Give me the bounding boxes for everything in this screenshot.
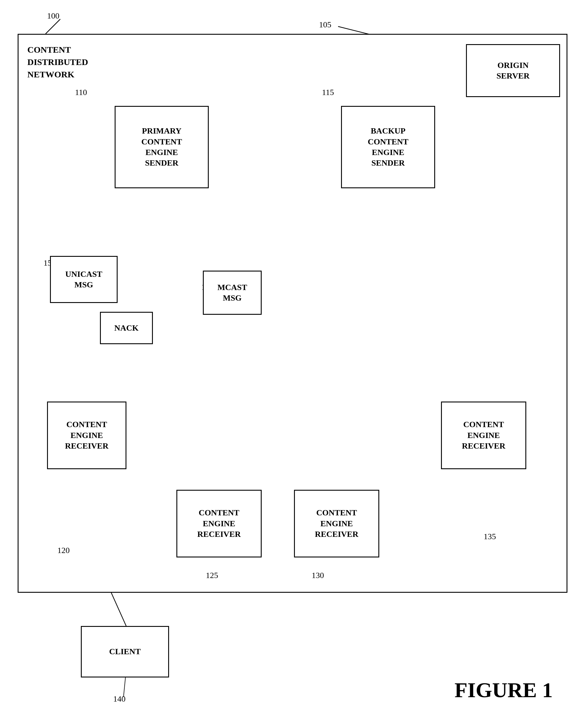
cer-120-box: CONTENTENGINERECEIVER xyxy=(47,402,126,469)
ref-100: 100 xyxy=(47,11,59,21)
client-box: CLIENT xyxy=(81,626,169,678)
origin-server-box: ORIGINSERVER xyxy=(466,44,560,97)
ref-130: 130 xyxy=(312,571,324,580)
page: 100 CONTENTDISTRIBUTEDNETWORK 105 ORIGIN… xyxy=(0,0,588,726)
cdn-label: CONTENTDISTRIBUTEDNETWORK xyxy=(27,43,88,81)
cer-130-box: CONTENTENGINERECEIVER xyxy=(294,490,379,558)
nack-box: NACK xyxy=(100,312,153,344)
unicast-msg-box: UNICASTMSG xyxy=(50,256,118,303)
svg-line-0 xyxy=(46,19,60,34)
ref-135: 135 xyxy=(484,532,496,541)
ref-140: 140 xyxy=(113,694,126,704)
ref-110: 110 xyxy=(75,88,87,97)
mcast-msg-box: MCASTMSG xyxy=(203,270,262,315)
primary-sender-box: PRIMARYCONTENTENGINESENDER xyxy=(115,106,209,188)
ref-105: 105 xyxy=(319,20,331,29)
backup-sender-box: BACKUPCONTENTENGINESENDER xyxy=(341,106,435,188)
cer-125-box: CONTENTENGINERECEIVER xyxy=(176,490,262,558)
ref-120: 120 xyxy=(57,546,70,555)
cer-135-box: CONTENTENGINERECEIVER xyxy=(441,402,526,469)
ref-125: 125 xyxy=(206,571,218,580)
ref-115: 115 xyxy=(322,88,334,97)
figure-label: FIGURE 1 xyxy=(455,678,553,703)
